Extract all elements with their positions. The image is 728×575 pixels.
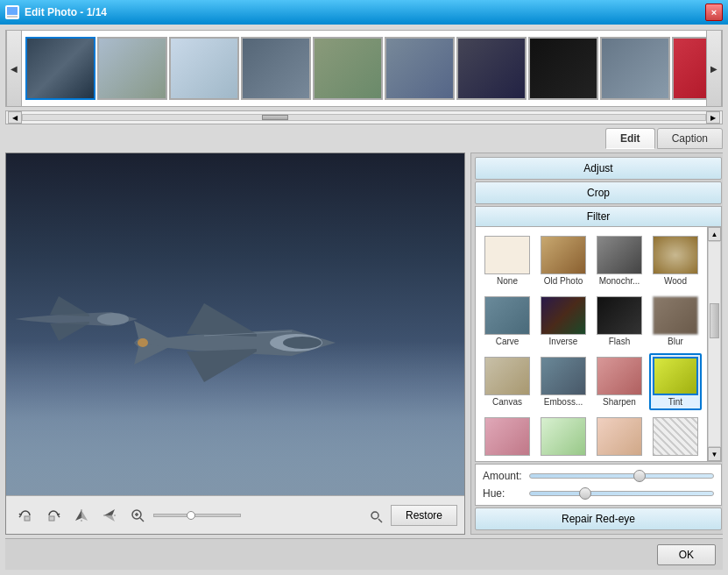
svg-point-28 <box>371 512 378 519</box>
filter-thumb-emboss <box>541 357 586 395</box>
filter-inverse[interactable]: Inverse <box>537 293 590 350</box>
filter-grid-container: None Old Photo Monochr... Wood <box>476 227 721 461</box>
ok-button[interactable]: OK <box>657 544 716 565</box>
adjust-button[interactable]: Adjust <box>475 157 722 180</box>
hue-slider-thumb[interactable] <box>579 487 591 500</box>
photo-toolbar: Restore <box>6 495 464 534</box>
thumbnail-7[interactable] <box>456 37 527 100</box>
scrollbar-thumb[interactable] <box>262 115 288 120</box>
tab-edit[interactable]: Edit <box>605 128 655 149</box>
filter-section: Filter None Old Photo <box>475 206 722 462</box>
filter-name-inverse: Inverse <box>549 337 578 346</box>
thumbnail-scrollbar[interactable]: ◀ ▶ <box>5 110 723 124</box>
filter-thumb-mono <box>597 236 642 274</box>
filter-name-canvas: Canvas <box>492 397 522 407</box>
filter-thumb-wood <box>653 236 698 274</box>
jet-secondary <box>15 286 138 351</box>
thumbnail-6[interactable] <box>385 37 455 100</box>
thumbnail-8[interactable] <box>528 37 598 100</box>
rotate-right-button[interactable] <box>41 503 66 528</box>
filter-scrollbar[interactable]: ▲ ▼ <box>707 227 721 461</box>
filter-name-none: None <box>497 276 518 286</box>
amount-label: Amount: <box>483 470 522 482</box>
svg-marker-6 <box>187 303 257 337</box>
filter-thumb-inverse <box>541 296 586 335</box>
zoom-in-button[interactable] <box>125 503 150 528</box>
repair-redeye-button[interactable]: Repair Red-eye <box>475 508 722 530</box>
thumbnail-4[interactable] <box>241 37 311 100</box>
filter-wood[interactable]: Wood <box>649 232 702 289</box>
filter-scroll-down[interactable]: ▼ <box>708 447 721 461</box>
hue-slider-track[interactable] <box>529 491 714 496</box>
svg-rect-1 <box>7 7 18 15</box>
filter-oldphoto[interactable]: Old Photo <box>537 232 590 289</box>
restore-button[interactable]: Restore <box>391 505 457 526</box>
scrollbar-track[interactable] <box>22 114 706 121</box>
zoom-slider-container <box>153 514 359 517</box>
thumbnail-2[interactable] <box>97 37 167 100</box>
filter-grid: None Old Photo Monochr... Wood <box>476 227 707 461</box>
content-area: Restore Adjust Crop Filter None <box>5 153 723 535</box>
filter-name-mono: Monochr... <box>599 276 640 286</box>
scroll-right-arrow[interactable]: ▶ <box>706 111 720 124</box>
svg-marker-7 <box>187 349 257 382</box>
filter-name-tint: Tint <box>668 397 682 407</box>
filter-thumb-canvas <box>484 357 530 395</box>
svg-marker-22 <box>104 515 115 522</box>
rotate-left-button[interactable] <box>13 503 38 528</box>
fullscreen-button[interactable] <box>363 503 387 528</box>
filter-sharpen[interactable]: Sharpen <box>593 353 646 410</box>
sliders-section: Amount: Hue: <box>475 464 722 506</box>
amount-slider-thumb[interactable] <box>633 470 646 482</box>
filter-row4c[interactable] <box>593 414 646 461</box>
zoom-slider-thumb[interactable] <box>187 511 195 520</box>
scroll-left-arrow[interactable]: ◀ <box>8 111 22 124</box>
main-container: ◀ ▶ ◀ ▶ Edit Caption <box>0 25 728 575</box>
window-title: Edit Photo - 1/14 <box>25 6 107 18</box>
filter-carve[interactable]: Carve <box>481 293 534 350</box>
thumbnail-10[interactable] <box>672 37 706 100</box>
thumbnail-5[interactable] <box>313 37 383 100</box>
filter-scroll-up[interactable]: ▲ <box>708 227 721 241</box>
mirror-button[interactable] <box>97 503 122 528</box>
filter-row4a[interactable] <box>481 414 534 461</box>
svg-point-13 <box>97 313 129 325</box>
zoom-slider[interactable] <box>153 514 241 517</box>
flip-horizontal-button[interactable] <box>69 503 94 528</box>
filter-emboss[interactable]: Emboss... <box>537 353 590 410</box>
svg-marker-14 <box>50 296 89 316</box>
filter-flash[interactable]: Flash <box>593 293 646 350</box>
filter-name-flash: Flash <box>609 337 630 346</box>
amount-slider-track[interactable] <box>529 473 714 479</box>
filter-thumb-row4b <box>541 417 586 456</box>
bottom-bar: OK <box>5 538 723 570</box>
app-icon <box>5 5 19 19</box>
filter-tint[interactable]: Tint <box>649 353 702 410</box>
tab-caption[interactable]: Caption <box>657 128 723 149</box>
filter-blur[interactable]: Blur <box>649 293 702 350</box>
thumb-prev-button[interactable]: ◀ <box>6 30 22 107</box>
thumbnail-9[interactable] <box>600 37 670 100</box>
crop-button[interactable]: Crop <box>475 181 722 204</box>
filter-row4b[interactable] <box>537 414 590 461</box>
filter-mono[interactable]: Monochr... <box>593 232 646 289</box>
svg-rect-2 <box>7 16 18 18</box>
svg-line-25 <box>140 518 144 522</box>
filter-scroll-thumb[interactable] <box>710 303 719 338</box>
amount-slider-row: Amount: <box>483 470 714 482</box>
filter-name-wood: Wood <box>664 276 687 286</box>
filter-row4d[interactable] <box>649 414 702 461</box>
filter-none[interactable]: None <box>481 232 534 289</box>
close-button[interactable]: × <box>705 4 723 21</box>
thumb-next-button[interactable]: ▶ <box>706 30 722 107</box>
title-bar: Edit Photo - 1/14 × <box>0 0 728 25</box>
filter-thumb-none <box>484 236 530 274</box>
filter-thumb-blur <box>653 296 698 335</box>
thumbnail-1[interactable] <box>25 37 95 100</box>
filter-canvas[interactable]: Canvas <box>481 353 534 410</box>
thumbnail-3[interactable] <box>169 37 239 100</box>
svg-marker-18 <box>75 510 81 521</box>
thumbnail-strip <box>22 31 706 106</box>
filter-scroll-track[interactable] <box>708 241 721 447</box>
filter-thumb-row4c <box>597 417 642 456</box>
